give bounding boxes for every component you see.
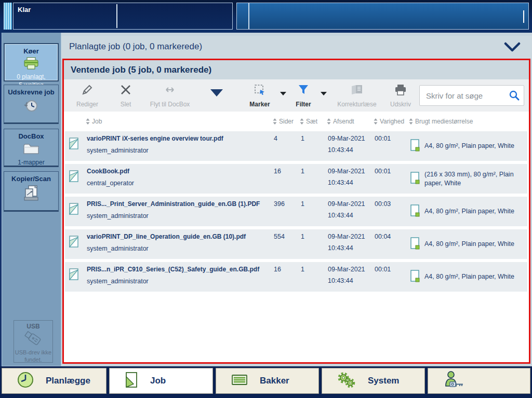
sort-arrows-icon xyxy=(86,118,90,125)
tab-schedule[interactable]: Planlægge xyxy=(2,368,107,394)
job-pages: 396 xyxy=(270,197,297,226)
job-submitted: 09-Mar-2021 10:43:44 xyxy=(324,131,370,161)
job-owner: central_operator xyxy=(87,180,270,187)
planned-jobs-header[interactable]: Planlagte job (0 job, 0 markerede) xyxy=(61,36,532,59)
job-submitted: 09-Mar-2021 10:43:44 xyxy=(324,262,370,292)
job-submitted: 09-Mar-2021 10:43:44 xyxy=(324,197,370,226)
sidebar-item-queues[interactable]: Køer 0 planlagt, 5 waiting xyxy=(4,43,59,81)
job-media-text: (216 x 303 mm), 80 g/m², Plain paper, Wh… xyxy=(424,170,527,188)
waiting-jobs-title: Ventende job (5 job, 0 markerede) xyxy=(71,65,211,75)
search-box xyxy=(419,85,524,106)
job-submitted-date: 09-Mar-2021 xyxy=(328,233,370,240)
column-header-job[interactable]: Job xyxy=(82,118,269,125)
edit-button[interactable]: Rediger xyxy=(67,81,108,110)
tab-jobs-label: Job xyxy=(150,376,166,386)
tab-jobs[interactable]: Job xyxy=(109,368,213,394)
sort-arrows-icon xyxy=(409,118,413,125)
column-header-media[interactable]: Brugt mediestørrelse xyxy=(405,118,529,125)
job-submitted-time: 10:43:44 xyxy=(328,179,370,186)
job-sets: 1 xyxy=(297,164,324,194)
sort-arrows-icon xyxy=(300,118,304,125)
print-label: Udskriv xyxy=(390,101,411,108)
job-media-text: A4, 80 g/m², Plain paper, White xyxy=(424,240,514,249)
job-owner: system_administrator xyxy=(87,278,270,285)
job-media-cell: (216 x 303 mm), 80 g/m², Plain paper, Wh… xyxy=(406,164,527,194)
media-sheet-icon xyxy=(410,269,420,285)
main-content: Planlagte job (0 job, 0 markerede) Vente… xyxy=(61,33,532,366)
jobs-table-body: varioPRINT iX-series engine overview tou… xyxy=(64,131,529,292)
tab-system[interactable]: System xyxy=(322,368,425,394)
job-duration: 00:01 xyxy=(370,262,406,292)
media-sheet-icon xyxy=(410,237,420,252)
sidebar-item-copy-scan[interactable]: Kopier/Scan xyxy=(4,171,59,212)
job-duration: 00:01 xyxy=(370,131,406,161)
job-cell: PRIS..._Print_Server_Administration_guid… xyxy=(83,197,270,226)
jobs-toolbar: Rediger Slet xyxy=(64,79,529,112)
job-media-cell: A4, 80 g/m², Plain paper, White xyxy=(406,229,527,259)
column-header-sets[interactable]: Sæt xyxy=(296,118,323,125)
funnel-icon xyxy=(297,84,310,98)
sidebar-item-printed-jobs[interactable]: Udskrevne job xyxy=(4,85,59,124)
column-header-pages[interactable]: Sider xyxy=(269,118,296,125)
proofread-button[interactable]: Korrekturlæse xyxy=(332,81,382,110)
tab-operator-login[interactable] xyxy=(428,368,530,394)
double-arrow-icon xyxy=(163,84,177,98)
mark-button[interactable]: Marker xyxy=(245,81,275,110)
mark-label: Marker xyxy=(249,101,270,108)
job-document-icon xyxy=(65,197,83,226)
print-icon xyxy=(394,84,407,98)
folder-icon xyxy=(4,142,58,158)
pencil-icon xyxy=(81,84,94,98)
printer-control-screen: Klar Køer xyxy=(0,0,532,398)
planned-jobs-title: Planlagte job (0 job, 0 markerede) xyxy=(69,42,202,52)
job-pages: 554 xyxy=(270,229,297,259)
job-media-text: A4, 80 g/m², Plain paper, White xyxy=(424,272,514,281)
gears-icon xyxy=(337,371,356,391)
proof-document-icon xyxy=(350,84,364,98)
usb-message-line2: fundet. xyxy=(14,356,52,363)
sidebar-item-docbox[interactable]: DocBox 1-mapper xyxy=(4,129,59,167)
table-row[interactable]: varioPRINT iX-series engine overview tou… xyxy=(65,131,527,161)
column-header-duration[interactable]: Varighed xyxy=(369,118,405,125)
bottom-tab-bar: Planlægge Job Bakker xyxy=(0,366,532,398)
table-row[interactable]: PRIS..._Print_Server_Administration_guid… xyxy=(65,197,527,226)
more-actions-triangle-icon[interactable] xyxy=(210,89,223,97)
column-header-submitted[interactable]: Afsendt xyxy=(323,118,369,125)
proofread-label: Korrekturlæse xyxy=(337,101,376,108)
job-document-icon xyxy=(65,131,83,161)
status-panel-subdivider xyxy=(248,3,249,29)
selection-box-icon xyxy=(254,84,266,98)
delete-label: Slet xyxy=(121,101,131,108)
job-cell: CookBook.pdf central_operator xyxy=(83,164,270,194)
tab-system-label: System xyxy=(368,376,399,386)
delete-button[interactable]: Slet xyxy=(108,81,144,110)
filter-caret-icon[interactable] xyxy=(321,92,327,95)
chevron-down-icon[interactable] xyxy=(504,42,521,54)
table-row[interactable]: varioPRINT_DP_line_Operation_guide_en.GB… xyxy=(65,229,527,259)
x-icon xyxy=(119,84,132,98)
media-sheet-icon xyxy=(410,204,420,219)
move-to-docbox-button[interactable]: Flyt til DocBox xyxy=(144,81,196,110)
status-bar: Klar xyxy=(0,0,532,33)
table-row[interactable]: CookBook.pdf central_operator 16 1 09-Ma… xyxy=(65,164,527,194)
table-row[interactable]: PRIS...n_iPR_C910_Series_(C52)_Safety_gu… xyxy=(65,262,527,292)
media-sheet-icon xyxy=(410,171,420,187)
edit-label: Rediger xyxy=(76,101,98,108)
docbox-label: DocBox xyxy=(4,132,58,140)
waiting-jobs-header: Ventende job (5 job, 0 markerede) xyxy=(64,60,529,79)
job-sets: 1 xyxy=(297,262,324,292)
job-document-icon xyxy=(65,164,83,194)
copy-scan-label: Kopier/Scan xyxy=(4,175,58,183)
job-sets: 1 xyxy=(297,131,324,161)
tab-trays[interactable]: Bakker xyxy=(216,368,319,394)
print-button[interactable]: Udskriv xyxy=(382,81,419,110)
usb-label: USB xyxy=(14,323,52,330)
move-to-docbox-label: Flyt til DocBox xyxy=(150,101,190,108)
mark-caret-icon[interactable] xyxy=(280,92,286,95)
job-owner: system_administrator xyxy=(87,147,270,154)
job-media-cell: A4, 80 g/m², Plain paper, White xyxy=(406,262,527,292)
filter-button[interactable]: Filter xyxy=(291,81,315,110)
sort-arrows-icon xyxy=(374,118,378,125)
magnifier-icon[interactable] xyxy=(509,90,520,103)
job-submitted-time: 10:43:44 xyxy=(328,146,370,154)
